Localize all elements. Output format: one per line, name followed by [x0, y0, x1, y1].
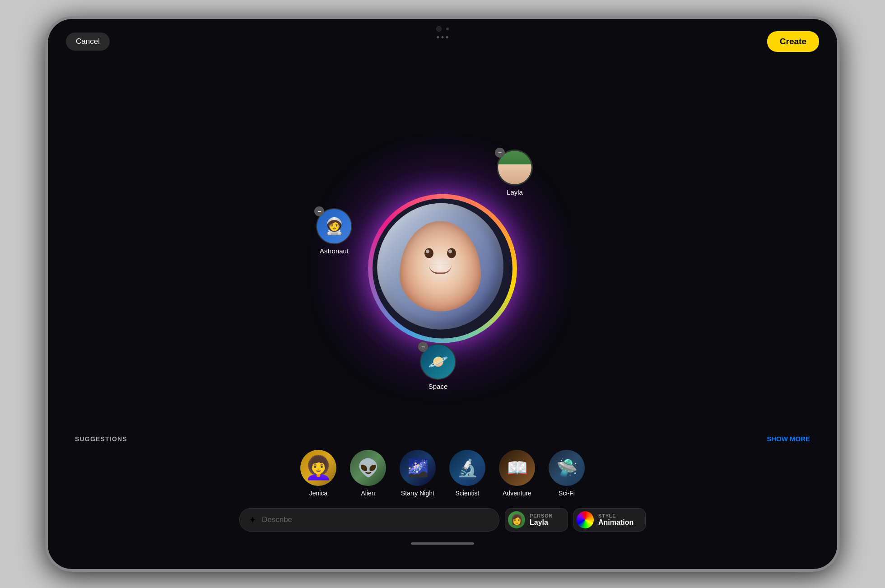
- alien-icon: 👽: [350, 450, 386, 486]
- show-more-button[interactable]: SHOW MORE: [767, 435, 810, 443]
- scientist-label: Scientist: [456, 490, 480, 497]
- starry-night-label: Starry Night: [401, 490, 434, 497]
- adventure-icon: 📖: [499, 450, 535, 486]
- person-pill-avatar: 👩: [508, 511, 525, 528]
- astronaut-label: Astronaut: [320, 247, 349, 255]
- ipad-device-frame: Cancel Create: [45, 16, 840, 572]
- person-pill-info: PERSON Layla: [530, 513, 553, 527]
- helmet-outer: [377, 203, 503, 330]
- scifi-icon: 🛸: [549, 450, 585, 486]
- scientist-circle: 🔬: [449, 450, 485, 486]
- space-chip[interactable]: − 🪐 Space: [420, 344, 456, 390]
- suggestions-section: SUGGESTIONS SHOW MORE 👩‍🦱 Jenica 👽 Alien: [48, 435, 837, 497]
- create-button[interactable]: Create: [767, 31, 819, 52]
- jenica-icon: 👩‍🦱: [300, 450, 336, 486]
- scifi-label: Sci-Fi: [559, 490, 575, 497]
- style-pill-info: STYLE Animation: [598, 513, 633, 527]
- style-color-wheel-icon: [577, 511, 594, 528]
- layla-chip[interactable]: − Layla: [497, 149, 533, 196]
- style-pill-name: Animation: [598, 518, 633, 527]
- starry-night-circle: 🌌: [400, 450, 436, 486]
- astronaut-emoji: 🧑‍🚀: [324, 217, 345, 236]
- suggestion-starry-night[interactable]: 🌌 Starry Night: [400, 450, 436, 497]
- bottom-bar: ✦ Describe 👩 PERSON Layla: [48, 497, 837, 569]
- style-pill[interactable]: STYLE Animation: [573, 508, 646, 532]
- describe-input[interactable]: ✦ Describe: [239, 508, 499, 532]
- jenica-label: Jenica: [309, 490, 327, 497]
- suggestion-alien[interactable]: 👽 Alien: [350, 450, 386, 497]
- helmet-visor: [400, 221, 481, 312]
- central-avatar-ring[interactable]: [368, 194, 517, 343]
- face-smile: [429, 265, 452, 274]
- home-indicator: [411, 542, 474, 545]
- scifi-circle: 🛸: [549, 450, 585, 486]
- space-label: Space: [429, 383, 448, 390]
- cancel-button[interactable]: Cancel: [66, 33, 110, 51]
- left-eye: [424, 248, 433, 258]
- top-bar: Cancel Create: [48, 19, 837, 55]
- person-pill-type-label: PERSON: [530, 513, 553, 518]
- suggestion-adventure[interactable]: 📖 Adventure: [499, 450, 535, 497]
- adventure-label: Adventure: [503, 490, 531, 497]
- side-button: [45, 109, 47, 136]
- adventure-circle: 📖: [499, 450, 535, 486]
- layla-remove-badge[interactable]: −: [495, 148, 505, 158]
- astronaut-chip[interactable]: − 🧑‍🚀 Astronaut: [316, 208, 352, 255]
- device-screen: Cancel Create: [48, 19, 837, 569]
- person-pill[interactable]: 👩 PERSON Layla: [505, 508, 568, 532]
- astronaut-remove-badge[interactable]: −: [314, 206, 324, 216]
- suggestions-title: SUGGESTIONS: [75, 435, 127, 443]
- right-eye: [447, 248, 456, 258]
- scientist-icon: 🔬: [449, 450, 485, 486]
- style-pill-type-label: STYLE: [598, 513, 633, 518]
- person-pill-name: Layla: [530, 518, 553, 527]
- starry-night-icon: 🌌: [400, 450, 436, 486]
- suggestion-scifi[interactable]: 🛸 Sci-Fi: [549, 450, 585, 497]
- bottom-controls: ✦ Describe 👩 PERSON Layla: [239, 508, 646, 532]
- space-emoji: 🪐: [428, 352, 448, 371]
- main-content-area: − Layla − 🧑‍🚀 Astronaut: [48, 55, 837, 497]
- face-eyes: [424, 248, 456, 258]
- jenica-circle: 👩‍🦱: [300, 450, 336, 486]
- space-remove-badge[interactable]: −: [418, 342, 428, 352]
- astronaut-avatar: [377, 203, 508, 334]
- avatar-inner-circle: [373, 199, 512, 339]
- suggestions-row: 👩‍🦱 Jenica 👽 Alien 🌌 Starry Nig: [66, 450, 819, 497]
- suggestion-jenica[interactable]: 👩‍🦱 Jenica: [300, 450, 336, 497]
- suggestion-scientist[interactable]: 🔬 Scientist: [449, 450, 485, 497]
- alien-circle: 👽: [350, 450, 386, 486]
- sparkle-icon: ✦: [249, 514, 256, 525]
- suggestions-header: SUGGESTIONS SHOW MORE: [66, 435, 819, 443]
- person-pill-emoji: 👩: [511, 514, 523, 526]
- alien-label: Alien: [361, 490, 375, 497]
- describe-placeholder: Describe: [262, 515, 292, 524]
- layla-label: Layla: [507, 188, 523, 196]
